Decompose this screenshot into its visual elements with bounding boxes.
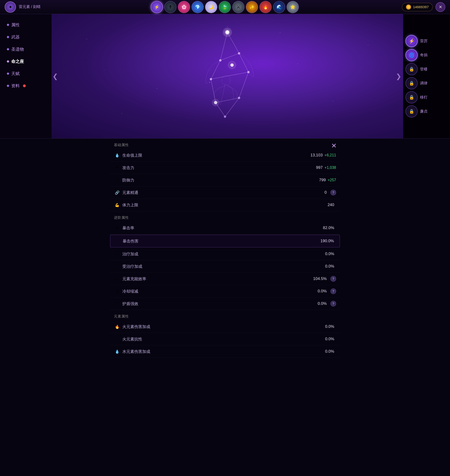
stat-name: 攻击力 — [122, 165, 316, 171]
stat-bonus: +1,038 — [325, 166, 336, 170]
const-node-diaolv[interactable]: 🔒调律 — [405, 77, 445, 89]
sidebar-diamond-shengyiwu — [6, 48, 9, 50]
character-list: ⚡🗡🌸💎🌙🍃⚔✨🔥🌊🌟 — [47, 1, 402, 13]
stat-row: ✏攻击力997+1,038 — [110, 161, 340, 174]
stat-value: 799 — [319, 178, 326, 182]
stat-value: 0.0% — [325, 252, 334, 256]
stat-row: 💧生命值上限13,103+6,211 — [110, 149, 340, 161]
constellation-nodes-panel: ⚡雷厉🌀奇捐🔒登楼🔒调律🔒移灯🔒廉贞 — [403, 14, 450, 138]
help-button[interactable]: ? — [331, 190, 336, 195]
coin-amount: 14669397 — [413, 5, 429, 9]
nav-right: 🪙 14669397 ✕ — [402, 2, 445, 12]
const-node-qijuan[interactable]: 🌀奇捐 — [405, 49, 445, 61]
stat-value: 0.0% — [318, 289, 327, 294]
lock-icon-lianzhen: 🔒 — [409, 109, 414, 114]
const-icon-leili: ⚡ — [409, 38, 414, 44]
char-avatar-c8[interactable]: ✨ — [246, 1, 258, 13]
stat-icon — [114, 238, 121, 244]
coin-display: 🪙 14669397 — [402, 3, 433, 11]
sidebar-diamond-mingzhizuo — [6, 60, 9, 63]
const-label-denglou: 登楼 — [420, 67, 427, 72]
svg-point-14 — [238, 52, 240, 55]
char-avatar-c11[interactable]: 🌟 — [287, 1, 299, 13]
nav-close-button[interactable]: ✕ — [435, 2, 445, 12]
stat-icon: 🛡 — [114, 177, 120, 183]
sidebar-item-shuxing[interactable]: 属性 — [0, 19, 52, 31]
const-node-leili[interactable]: ⚡雷厉 — [405, 35, 445, 47]
stat-icon: 💪 — [114, 202, 120, 208]
stat-row: 💪体力上限240 — [110, 199, 340, 211]
const-node-denglou[interactable]: 🔒登楼 — [405, 63, 445, 75]
stat-row: 火元素抗性0.0% — [110, 333, 340, 345]
sidebar-label-wuqi: 武器 — [11, 34, 20, 40]
svg-line-5 — [211, 72, 249, 79]
stat-name: 火元素伤害加成 — [122, 324, 325, 329]
stat-icon: + — [114, 251, 120, 257]
stat-name: 元素精通 — [122, 190, 325, 195]
const-node-yideng[interactable]: 🔒移灯 — [405, 91, 445, 103]
stat-name: 护盾强效 — [122, 301, 318, 306]
sidebar-item-tiancai[interactable]: 天赋 — [0, 67, 52, 80]
help-button[interactable]: ? — [331, 288, 336, 294]
stat-value: 104.5% — [313, 276, 327, 281]
stat-row: ✦暴击率82.0% — [110, 222, 340, 234]
stat-name: 受治疗加成 — [122, 264, 325, 269]
left-sidebar: 属性武器圣遗物命之座天赋资料 — [0, 14, 52, 138]
stat-value: 13,103 — [311, 153, 323, 158]
stat-icon: 🛡 — [114, 300, 120, 307]
sidebar-label-mingzhizuo: 命之座 — [11, 59, 24, 64]
stat-row: ○元素充能效率104.5%? — [110, 273, 340, 285]
stat-name: 暴击率 — [122, 225, 323, 231]
breadcrumb: 雷元素 / 刻晴 — [19, 5, 41, 9]
stat-row: 🔥火元素伤害加成0.0% — [110, 321, 340, 333]
sidebar-item-wuqi[interactable]: 武器 — [0, 31, 52, 43]
constellation-diagram — [178, 18, 277, 124]
char-avatar-c4[interactable]: 💎 — [191, 1, 204, 13]
stat-value: 0.0% — [325, 324, 334, 329]
constellation-background — [52, 14, 403, 138]
stat-name: 防御力 — [122, 178, 319, 183]
next-character-button[interactable]: ❯ — [394, 71, 403, 81]
char-avatar-c10[interactable]: 🌊 — [273, 1, 285, 13]
sidebar-label-tiancai: 天赋 — [11, 71, 20, 77]
const-node-lianzhen[interactable]: 🔒廉贞 — [405, 105, 445, 118]
char-avatar-c3[interactable]: 🌸 — [178, 1, 190, 13]
sidebar-item-shengyiwu[interactable]: 圣遗物 — [0, 43, 52, 55]
char-avatar-c1[interactable]: ⚡ — [151, 1, 163, 13]
const-icon-qijuan: 🌀 — [409, 52, 414, 58]
char-avatar-c5[interactable]: 🌙 — [205, 1, 217, 13]
stat-value: 0.0% — [325, 337, 334, 341]
stat-name: 体力上限 — [122, 202, 328, 208]
stats-inner: ✕ 基础属性 💧生命值上限13,103+6,211✏攻击力997+1,038🛡防… — [110, 139, 340, 367]
prev-character-button[interactable]: ❮ — [50, 71, 60, 81]
sidebar-item-mingzhizuo[interactable]: 命之座 — [0, 55, 52, 67]
char-avatar-c9[interactable]: 🔥 — [260, 1, 272, 13]
stat-icon: 💧 — [114, 348, 120, 355]
const-label-diaolv: 调律 — [420, 81, 427, 86]
panel-close-button[interactable]: ✕ — [331, 142, 337, 150]
char-avatar-c7[interactable]: ⚔ — [232, 1, 244, 13]
stat-row: 💧水元素伤害加成0.0% — [110, 345, 340, 358]
stat-name: 生命值上限 — [122, 153, 311, 158]
stat-value: 240 — [328, 202, 334, 207]
svg-point-20 — [212, 99, 219, 107]
char-avatar-c2[interactable]: 🗡 — [164, 1, 177, 13]
stat-value: 0 — [325, 190, 327, 195]
stat-row: 受治疗加成0.0% — [110, 260, 340, 273]
sidebar-item-ziliao[interactable]: 资料 — [0, 80, 52, 92]
stat-name: 水元素伤害加成 — [122, 349, 325, 354]
advanced-stats-header: 进阶属性 — [110, 211, 340, 222]
help-button[interactable]: ? — [331, 301, 336, 306]
const-label-yideng: 移灯 — [420, 95, 427, 100]
basic-stats-header: 基础属性 — [110, 139, 340, 149]
sidebar-label-shuxing: 属性 — [11, 22, 20, 28]
help-button[interactable]: ? — [331, 276, 336, 282]
char-avatar-c6[interactable]: 🍃 — [219, 1, 231, 13]
svg-line-7 — [239, 72, 249, 98]
stat-row: 暴击伤害190.0% — [110, 235, 340, 247]
stat-bonus: +257 — [328, 178, 336, 182]
stat-icon: 🔥 — [114, 323, 120, 330]
lock-icon-diaolv: 🔒 — [409, 81, 414, 86]
sidebar-diamond-shuxing — [6, 24, 9, 26]
stat-icon: ✦ — [114, 225, 120, 231]
